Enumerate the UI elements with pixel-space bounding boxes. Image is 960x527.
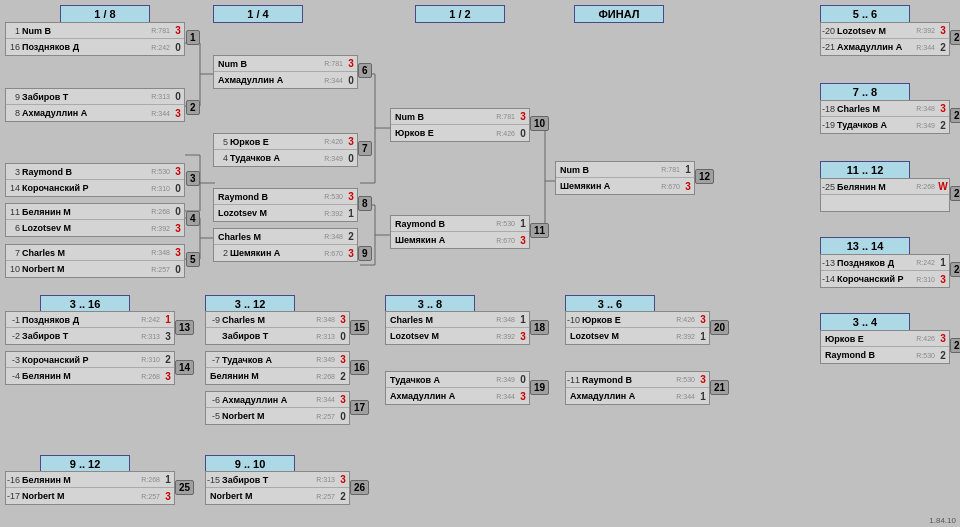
player-row: -21 Ахмадуллин А R:344 2 [821,39,949,55]
player-name: Lozotsev M [386,331,496,341]
match-14: -3 Корочанский Р R:310 2 -4 Белянин М R:… [5,351,175,385]
player-row: -5 Norbert M R:257 0 [206,408,349,424]
match-7: 5 Юрков Е R:426 3 4 Тудачков А R:349 0 [213,133,358,167]
rating: R:781 [324,60,343,67]
rating: R:257 [316,413,335,420]
rating: R:348 [316,316,335,323]
player-row: Ахмадуллин А R:344 3 [386,388,529,404]
score: 3 [937,274,949,285]
player-name: Шемякин А [556,181,661,191]
player-row: -13 Поздняков Д R:242 1 [821,255,949,271]
player-name: Norbert M [22,491,141,501]
player-name: Поздняков Д [22,315,141,325]
match-28-5-6: -20 Lozotsev M R:392 3 -21 Ахмадуллин А … [820,22,950,56]
player-row: Raymond B R:530 1 [391,216,529,232]
match-2: 9 Забиров Т R:313 0 8 Ахмадуллин А R:344… [5,88,185,122]
match-num-6: 6 [358,63,372,78]
player-name: Num B [391,112,496,122]
match-10: Num B R:781 3 Юрков Е R:426 0 [390,108,530,142]
match-num-16: 16 [350,360,369,375]
rating: R:781 [151,27,170,34]
score: 3 [345,248,357,259]
score: 0 [345,75,357,86]
player-name: Корочанский Р [22,355,141,365]
match-num-5: 5 [186,252,200,267]
player-name: Lozotsev M [566,331,676,341]
rating: R:348 [916,105,935,112]
match-num-15: 15 [350,320,369,335]
score: 1 [162,474,174,485]
score: 3 [517,331,529,342]
score: 2 [937,350,949,361]
rating: R:257 [316,493,335,500]
player-row: Ахмадуллин А R:344 0 [214,72,357,88]
score: 0 [337,411,349,422]
rating: R:392 [496,333,515,340]
match-num-28: 28 [950,30,960,45]
player-row: 8 Ахмадуллин А R:344 3 [6,105,184,121]
player-row: 16 Поздняков Д R:242 0 [6,39,184,55]
rating: R:242 [141,316,160,323]
player-name: Юрков Е [821,334,916,344]
rating: R:349 [316,356,335,363]
match-9: Charles M R:348 2 2 Шемякин А R:670 3 [213,228,358,262]
player-name: Корочанский Р [837,274,916,284]
rating: R:426 [676,316,695,323]
match-num-7: 7 [358,141,372,156]
match-num-2: 2 [186,100,200,115]
score: 3 [337,474,349,485]
player-name: Юрков Е [582,315,676,325]
score: 3 [345,58,357,69]
rating: R:392 [676,333,695,340]
player-name: Поздняков Д [22,42,151,52]
rating: R:268 [141,476,160,483]
seed: 8 [6,108,22,118]
player-name: Белянин М [206,371,316,381]
match-12-final: Num B R:781 1 Шемякин А R:670 3 [555,161,695,195]
match-num-9: 9 [358,246,372,261]
rating: R:349 [916,122,935,129]
match-num-27: 27 [950,108,960,123]
player-row: Num B R:781 3 [214,56,357,72]
player-name: Raymond B [582,375,676,385]
rating: R:348 [324,233,343,240]
player-row: 6 Lozotsev M R:392 3 [6,220,184,236]
rating: R:257 [151,266,170,273]
match-num-24: 24 [950,262,960,277]
score: 3 [345,136,357,147]
round-header-1-2: 1 / 2 [415,5,505,23]
rating: R:530 [324,193,343,200]
score: 3 [517,111,529,122]
score: 3 [172,108,184,119]
player-name: Белянин М [22,371,141,381]
player-row [821,195,949,211]
score: 3 [162,371,174,382]
seed: -1 [6,315,22,325]
player-name: Charles M [837,104,916,114]
match-24-13-14: -13 Поздняков Д R:242 1 -14 Корочанский … [820,254,950,288]
seed: 14 [6,183,22,193]
rating: R:344 [496,393,515,400]
score: 1 [682,164,694,175]
seed: 2 [214,248,230,258]
player-row: -16 Белянин М R:268 1 [6,472,174,488]
rating: R:426 [916,335,935,342]
rating: R:670 [324,250,343,257]
seed: -2 [6,331,22,341]
player-row: -9 Charles M R:348 3 [206,312,349,328]
player-name: Ахмадуллин А [222,395,316,405]
player-name: Norbert M [22,264,151,274]
player-name: Lozotsev M [214,208,324,218]
player-name: Белянин М [22,475,141,485]
player-row: 7 Charles M R:348 3 [6,245,184,261]
player-row: Юрков Е R:426 0 [391,125,529,141]
player-name: Ахмадуллин А [214,75,324,85]
player-name: Raymond B [22,167,151,177]
player-name: Raymond B [214,192,324,202]
seed: 10 [6,264,22,274]
score: 3 [682,181,694,192]
rating: R:530 [151,168,170,175]
player-row: 2 Шемякин А R:670 3 [214,245,357,261]
player-row: -1 Поздняков Д R:242 1 [6,312,174,328]
round-header-1-8: 1 / 8 [60,5,150,23]
